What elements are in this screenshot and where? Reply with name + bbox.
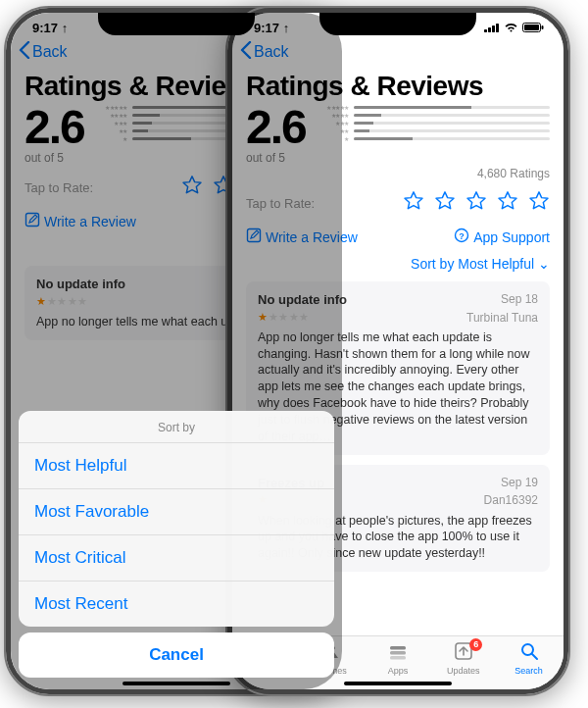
rate-star-icon[interactable] xyxy=(403,190,424,216)
sort-label: Sort by Most Helpful xyxy=(411,256,534,272)
rate-star-icon[interactable] xyxy=(466,190,487,216)
sort-option-most-critical[interactable]: Most Critical xyxy=(19,535,334,582)
home-indicator xyxy=(344,682,452,685)
tab-label: Apps xyxy=(388,666,409,676)
rate-stars[interactable] xyxy=(403,190,550,216)
question-icon: ? xyxy=(454,228,469,246)
rating-bars: ★★★★★★★★★★★★★★★ xyxy=(316,104,550,165)
rate-star-icon[interactable] xyxy=(434,190,456,216)
review-author: Turbinal Tuna xyxy=(466,310,538,326)
updates-icon xyxy=(430,640,496,666)
device-notch xyxy=(98,12,255,35)
svg-rect-10 xyxy=(484,29,487,32)
sort-sheet-title: Sort by xyxy=(19,411,334,443)
signal-icon xyxy=(484,21,500,35)
chevron-down-icon: ⌄ xyxy=(538,256,550,272)
svg-rect-24 xyxy=(390,656,406,660)
svg-rect-22 xyxy=(390,646,406,650)
sort-sheet: Sort by Most Helpful Most Favorable Most… xyxy=(19,411,334,627)
tab-label: Updates xyxy=(447,666,480,676)
svg-text:?: ? xyxy=(459,231,465,241)
wifi-icon xyxy=(504,21,518,35)
review-author: Dan16392 xyxy=(484,492,538,508)
sort-option-most-helpful[interactable]: Most Helpful xyxy=(19,443,334,489)
tab-label: Search xyxy=(514,666,543,676)
search-icon xyxy=(496,640,562,666)
rate-star-icon[interactable] xyxy=(528,190,550,216)
app-support-button[interactable]: ? App Support xyxy=(454,228,550,246)
review-date: Sep 18 xyxy=(501,291,538,309)
apps-icon xyxy=(366,640,431,666)
svg-rect-15 xyxy=(524,25,539,30)
svg-rect-16 xyxy=(542,25,544,29)
device-notch xyxy=(319,12,476,35)
sort-option-most-favorable[interactable]: Most Favorable xyxy=(19,489,334,535)
svg-rect-12 xyxy=(492,25,495,32)
app-support-label: App Support xyxy=(473,229,550,245)
tab-apps[interactable]: Apps xyxy=(366,640,431,676)
tab-search[interactable]: Search xyxy=(496,640,562,676)
svg-rect-23 xyxy=(390,651,406,655)
sort-cancel-button[interactable]: Cancel xyxy=(19,632,334,678)
battery-icon xyxy=(522,21,544,35)
tab-updates[interactable]: 6 Updates xyxy=(430,640,496,676)
svg-rect-13 xyxy=(496,24,499,32)
sort-option-most-recent[interactable]: Most Recent xyxy=(19,582,334,627)
svg-rect-11 xyxy=(488,27,491,32)
rate-star-icon[interactable] xyxy=(497,190,518,216)
review-date: Sep 19 xyxy=(501,475,538,492)
home-indicator xyxy=(122,682,230,685)
phone-left: 9:17 ↑ Back Ratings & Reviews xyxy=(6,8,347,694)
